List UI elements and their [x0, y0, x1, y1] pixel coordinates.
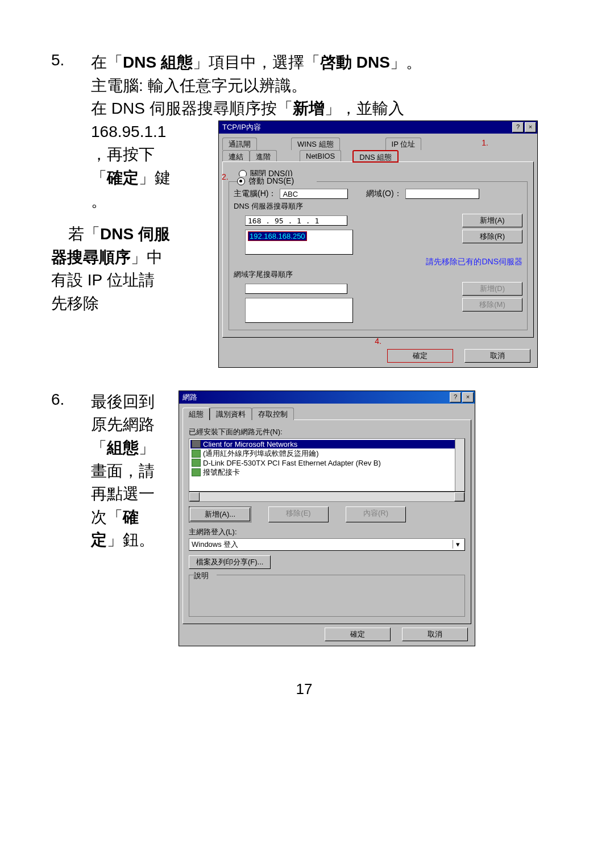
file-print-share-button[interactable]: 檔案及列印分享(F)...	[189, 555, 271, 569]
tab-advanced[interactable]: 進階	[250, 150, 277, 163]
step-5-line1: 在「DNS 組態」項目中，選擇「啓動 DNS」。	[91, 51, 557, 74]
tab-wins[interactable]: WINS 組態	[291, 138, 340, 150]
tab-config[interactable]: 組態	[182, 408, 210, 420]
description-label: 說明	[194, 571, 217, 581]
close-icon[interactable]: ×	[462, 392, 474, 402]
add-component-button[interactable]: 新增(A)...	[190, 508, 250, 521]
scroll-left-icon[interactable]	[189, 492, 200, 501]
step-5-line2: 主電腦: 輸入任意字元以辨識。	[91, 74, 557, 98]
dns-input[interactable]: 168 . 95 . 1 . 1	[245, 215, 347, 226]
client-icon	[192, 440, 201, 448]
ok-button[interactable]: 確定	[387, 349, 453, 363]
add-dns-button[interactable]: 新增(A)	[462, 214, 522, 227]
close-icon[interactable]: ×	[525, 122, 536, 132]
step-6-text: 最後回到 原先網路 「組態」 畫面，請 再點選一 次「確 定」鈕。	[91, 391, 171, 646]
remove-note: 請先移除已有的DNS伺服器	[234, 257, 522, 267]
list-item: Client for Microsoft Networks	[190, 440, 463, 448]
domain-input[interactable]	[405, 189, 479, 199]
list-item: D-Link DFE-530TX PCI Fast Ethernet Adapt…	[190, 459, 463, 467]
component-list[interactable]: Client for Microsoft Networks (通用紅外線序列埠或…	[189, 438, 465, 492]
installed-label: 已經安裝下面的網路元件(N):	[189, 427, 465, 437]
remove-dns-button[interactable]: 移除(R)	[462, 230, 522, 243]
list-item: 撥號配接卡	[190, 467, 463, 477]
remove-suffix-button[interactable]: 移除(M)	[462, 298, 522, 312]
help-icon[interactable]: ?	[512, 122, 524, 132]
step-5-left-column: 168.95.1.1 ，再按下 「確定」鍵 。 若「DNS 伺服 器搜尋順序」中…	[91, 121, 210, 368]
tab-row-1: 通訊閘 WINS 組態 IP 位址	[222, 137, 534, 149]
config-panel: 已經安裝下面的網路元件(N): Client for Microsoft Net…	[182, 420, 471, 624]
dns-panel: 2. 關閉 DNS(I) 啓動 DNS(E)	[222, 161, 534, 338]
step-6: 6. 最後回到 原先網路 「組態」 畫面，請 再點選一 次「確 定」鈕。 網路 …	[51, 391, 557, 646]
description-group: 說明	[189, 575, 465, 617]
network-title: 網路	[182, 392, 449, 402]
tcpip-dialog: TCP/IP內容 ? × 1. 通訊閘 WINS 組態 IP 位址 連結	[218, 121, 538, 368]
tcpip-titlebar: TCP/IP內容 ? ×	[219, 121, 537, 134]
adapter-icon	[192, 459, 201, 467]
suffix-list[interactable]	[245, 298, 353, 323]
annotation-2: 2.	[222, 172, 229, 181]
domain-label: 網域(O)：	[366, 189, 401, 199]
dns-existing-item[interactable]: 192.168.168.250	[248, 231, 307, 241]
primary-login-label: 主網路登入(L):	[189, 527, 465, 537]
network-dialog: 網路 ? × 組態 識別資料 存取控制 已經安裝下面的網路元件(N):	[179, 391, 475, 646]
annotation-4: 4.	[375, 337, 381, 346]
vertical-scrollbar[interactable]	[455, 439, 464, 491]
adapter-icon	[192, 450, 201, 458]
step-5-line3: 在 DNS 伺服器搜尋順序按「新增」，並輸入	[91, 97, 557, 121]
list-item: (通用紅外線序列埠或軟體反盜用鑰)	[190, 448, 463, 459]
tab-ip[interactable]: IP 位址	[385, 138, 422, 150]
network-tabs: 組態 識別資料 存取控制	[182, 407, 471, 420]
help-icon[interactable]: ?	[450, 392, 461, 402]
step-5: 5. 在「DNS 組態」項目中，選擇「啓動 DNS」。 主電腦: 輸入任意字元以…	[51, 51, 557, 368]
tab-gateway[interactable]: 通訊閘	[222, 138, 257, 150]
remove-component-button[interactable]: 移除(E)	[268, 506, 329, 522]
ip-value: 168.95.1.1	[91, 121, 210, 144]
suffix-input[interactable]	[245, 284, 347, 294]
suffix-order-label: 網域字尾搜尋順序	[234, 269, 522, 280]
tab-identity[interactable]: 識別資料	[210, 408, 252, 420]
step-5-number: 5.	[51, 51, 91, 368]
dns-order-label: DNS 伺服器搜尋順序	[234, 201, 522, 211]
page-number: 17	[51, 680, 557, 698]
ok-button[interactable]: 確定	[325, 628, 391, 641]
enable-dns-group: 啓動 DNS(E) 主電腦(H)： ABC 網域(O)： DNS 伺服器搜尋順序	[229, 181, 528, 330]
scroll-right-icon[interactable]	[454, 492, 464, 501]
host-input[interactable]: ABC	[280, 189, 348, 199]
horizontal-scrollbar[interactable]	[189, 492, 465, 502]
radio-enable-dns[interactable]	[237, 177, 245, 185]
tab-dns[interactable]: DNS 組態	[352, 150, 399, 163]
step-6-number: 6.	[51, 391, 91, 646]
tab-access[interactable]: 存取控制	[252, 408, 294, 420]
primary-login-dropdown[interactable]: Windows 登入 ▾	[189, 538, 465, 551]
cancel-button[interactable]: 取消	[402, 628, 468, 641]
add-suffix-button[interactable]: 新增(D)	[462, 282, 522, 296]
dns-list[interactable]: 192.168.168.250	[245, 230, 353, 255]
chevron-down-icon[interactable]: ▾	[453, 540, 462, 549]
tab-row-2: 連結 進階 NetBIOS DNS 組態	[222, 149, 534, 162]
tab-link[interactable]: 連結	[222, 150, 250, 163]
host-label: 主電腦(H)：	[234, 189, 276, 199]
adapter-icon	[192, 468, 201, 476]
tab-netbios[interactable]: NetBIOS	[300, 150, 341, 163]
tcpip-title: TCP/IP內容	[222, 122, 511, 132]
network-titlebar: 網路 ? ×	[179, 391, 475, 404]
properties-button[interactable]: 內容(R)	[346, 506, 406, 522]
cancel-button[interactable]: 取消	[464, 349, 530, 363]
